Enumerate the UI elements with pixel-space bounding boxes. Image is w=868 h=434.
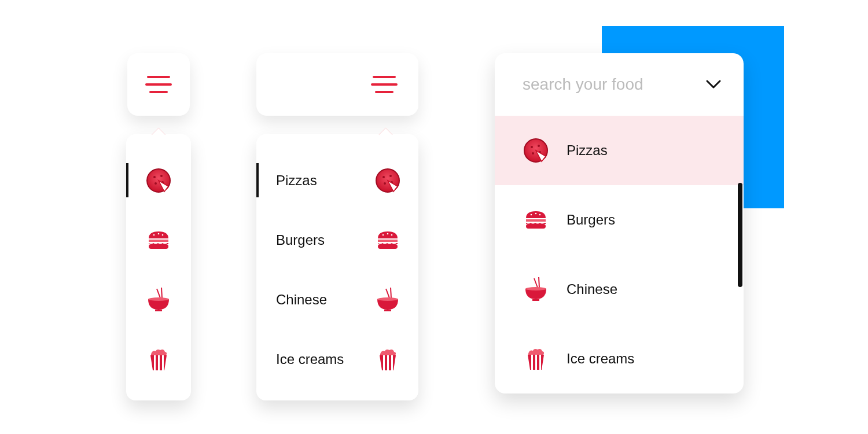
- popcorn-icon: [374, 346, 401, 373]
- svg-rect-27: [378, 240, 398, 242]
- svg-rect-45: [526, 219, 546, 222]
- svg-line-29: [386, 289, 389, 298]
- pizza-icon: [523, 137, 549, 164]
- svg-point-7: [158, 233, 160, 234]
- svg-point-13: [148, 297, 169, 301]
- svg-point-6: [153, 234, 155, 236]
- menu-item-pizzas[interactable]: Pizzas: [256, 150, 418, 210]
- svg-rect-15: [154, 355, 156, 370]
- menu-item-label: Chinese: [276, 292, 327, 308]
- svg-point-25: [387, 233, 389, 234]
- menu-item-label: Burgers: [276, 232, 325, 248]
- svg-line-11: [157, 289, 160, 298]
- svg-rect-51: [531, 355, 533, 370]
- svg-point-38: [531, 146, 533, 148]
- svg-point-3: [160, 175, 163, 177]
- pizza-icon: [374, 167, 401, 194]
- svg-rect-34: [387, 355, 389, 370]
- list-item-label: Pizzas: [567, 142, 608, 159]
- list-item-chinese[interactable]: Chinese: [495, 255, 744, 324]
- menu-item-label: Pizzas: [276, 172, 317, 189]
- svg-line-30: [391, 288, 391, 298]
- svg-point-42: [531, 214, 532, 216]
- list-item-label: Burgers: [567, 212, 615, 228]
- svg-point-26: [391, 234, 393, 236]
- svg-rect-32: [384, 310, 391, 311]
- svg-line-48: [539, 277, 539, 288]
- burger-icon: [374, 227, 401, 253]
- svg-point-8: [162, 234, 164, 236]
- hamburger-icon: [371, 76, 398, 93]
- svg-rect-53: [539, 355, 541, 370]
- bowl-icon: [145, 286, 172, 313]
- svg-point-44: [539, 214, 541, 216]
- svg-rect-16: [158, 355, 160, 370]
- svg-point-43: [535, 213, 537, 215]
- svg-rect-46: [526, 224, 546, 229]
- menu-item-chinese[interactable]: [126, 270, 191, 329]
- svg-rect-17: [162, 355, 164, 370]
- svg-point-31: [377, 297, 398, 301]
- search-dropdown: Pizzas Burgers Chinese Ice creams: [495, 53, 744, 393]
- search-header: [495, 53, 744, 116]
- svg-point-40: [532, 152, 534, 155]
- svg-rect-35: [391, 355, 393, 370]
- menu-item-burgers[interactable]: Burgers: [256, 210, 418, 270]
- menu-item-icecreams[interactable]: Ice creams: [256, 329, 418, 389]
- menu-item-label: Ice creams: [276, 351, 344, 367]
- search-result-list: Pizzas Burgers Chinese Ice creams: [495, 116, 744, 393]
- svg-point-20: [382, 176, 385, 178]
- svg-rect-10: [149, 244, 168, 249]
- search-input[interactable]: [523, 75, 690, 94]
- list-item-pizzas[interactable]: Pizzas: [495, 116, 744, 185]
- menu-item-chinese[interactable]: Chinese: [256, 270, 418, 329]
- hamburger-icon: [145, 76, 172, 93]
- popcorn-icon: [523, 345, 549, 372]
- menu-trigger-wide[interactable]: [256, 53, 418, 116]
- svg-point-22: [384, 182, 386, 185]
- bowl-icon: [523, 276, 549, 303]
- svg-point-39: [538, 145, 540, 147]
- menu-item-burgers[interactable]: [126, 210, 191, 270]
- dropdown-menu-wide: Pizzas Burgers Chinese Ice creams: [256, 134, 418, 400]
- list-item-label: Ice creams: [567, 351, 634, 367]
- dropdown-menu-compact: [126, 134, 191, 400]
- menu-item-icecreams[interactable]: [126, 329, 191, 389]
- svg-line-47: [534, 278, 538, 288]
- popcorn-icon: [145, 346, 172, 373]
- list-item-icecreams[interactable]: Ice creams: [495, 324, 744, 393]
- svg-rect-52: [535, 355, 537, 370]
- list-item-label: Chinese: [567, 281, 617, 297]
- svg-line-12: [161, 288, 162, 298]
- svg-point-49: [525, 287, 546, 290]
- scrollbar-thumb[interactable]: [738, 183, 742, 287]
- svg-rect-14: [155, 310, 162, 311]
- svg-rect-28: [378, 244, 398, 249]
- bowl-icon: [374, 286, 401, 313]
- svg-point-2: [153, 176, 156, 178]
- chevron-down-icon[interactable]: [705, 76, 722, 93]
- menu-trigger-compact[interactable]: [127, 53, 190, 116]
- menu-item-pizzas[interactable]: [126, 150, 191, 210]
- svg-rect-9: [149, 240, 168, 242]
- burger-icon: [523, 207, 549, 233]
- svg-point-21: [389, 175, 392, 177]
- list-item-burgers[interactable]: Burgers: [495, 185, 744, 255]
- svg-rect-50: [532, 299, 539, 301]
- burger-icon: [145, 227, 172, 253]
- svg-point-4: [155, 182, 157, 185]
- svg-rect-33: [383, 355, 385, 370]
- svg-point-24: [382, 234, 384, 236]
- pizza-icon: [145, 167, 172, 194]
